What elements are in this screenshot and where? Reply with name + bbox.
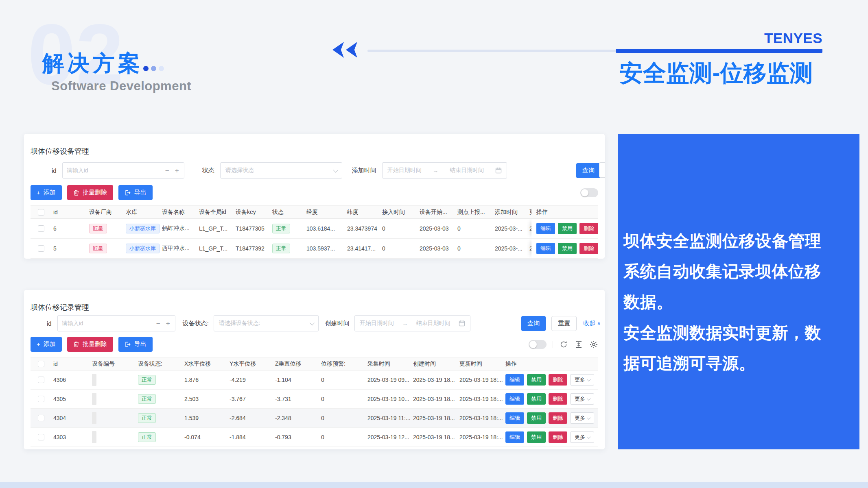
compact-toggle[interactable]: [580, 188, 598, 197]
add-button[interactable]: + 添加: [31, 337, 62, 352]
chevron-down-icon: [587, 435, 591, 439]
decoration-dot: [143, 66, 149, 71]
disable-button[interactable]: 禁用: [558, 223, 577, 234]
delete-button[interactable]: 删除: [549, 431, 567, 443]
plus-icon[interactable]: +: [166, 320, 170, 327]
cell-collect-time: 2025-03-19 09...: [367, 370, 413, 389]
added-time-range-picker[interactable]: 开始日期时间 → 结束日期时间: [382, 162, 507, 179]
clipped-reset-button[interactable]: [599, 162, 605, 178]
description-paragraph: 安全监测数据实时更新，数据可追溯可寻源。: [623, 318, 833, 379]
redacted-device-number: [92, 431, 96, 443]
cell-added-time: 2025-03-...: [495, 239, 529, 258]
edit-button[interactable]: 编辑: [536, 243, 555, 254]
id-input-field[interactable]: [63, 163, 165, 178]
select-all-checkbox[interactable]: [38, 361, 44, 367]
created-time-range-picker[interactable]: 开始日期时间 → 结束日期时间: [354, 315, 470, 331]
id-input[interactable]: − +: [62, 162, 184, 179]
batch-delete-button[interactable]: 批量删除: [67, 337, 113, 352]
id-filter-label: id: [52, 167, 57, 174]
device-status-select[interactable]: 请选择设备状态:: [214, 315, 319, 331]
refresh-icon[interactable]: [559, 340, 568, 349]
row-checkbox[interactable]: [38, 245, 44, 252]
cell-y-displacement: -4.219: [230, 370, 275, 389]
delete-button[interactable]: 删除: [579, 243, 598, 254]
row-checkbox[interactable]: [38, 396, 44, 402]
collapse-link[interactable]: 收起 ∧: [583, 320, 601, 327]
row-checkbox[interactable]: [38, 434, 44, 440]
density-icon[interactable]: [574, 340, 583, 349]
col-header: 设备状态:: [138, 357, 184, 370]
chevron-down-icon: [587, 377, 591, 381]
edit-button[interactable]: 编辑: [505, 374, 524, 386]
cell-collect-time: 2025-03-19 11:...: [367, 409, 413, 427]
disable-button[interactable]: 禁用: [527, 412, 546, 424]
cell-y-displacement: -2.684: [230, 409, 275, 427]
delete-button[interactable]: 删除: [549, 374, 567, 386]
created-time-filter-label: 创建时间: [325, 320, 350, 327]
vendor-tag: 匠星: [89, 244, 107, 253]
redacted-device-number: [92, 412, 96, 424]
search-button[interactable]: 查询: [521, 316, 546, 331]
status-select[interactable]: 请选择状态: [220, 162, 342, 179]
gear-icon[interactable]: [589, 340, 598, 349]
table-row: 4305 正常 2.503 -3.767 -3.731 0 2025-03-19…: [31, 390, 598, 409]
more-button[interactable]: 更多: [570, 412, 594, 424]
id-input-field[interactable]: [58, 316, 156, 331]
row-checkbox[interactable]: [38, 415, 44, 421]
col-header: 设备编号: [92, 357, 138, 370]
select-all-checkbox[interactable]: [38, 209, 44, 216]
col-header: Z垂直位移: [275, 357, 321, 370]
reset-button[interactable]: 重置: [551, 316, 577, 331]
cell-x-displacement: 1.876: [184, 370, 230, 389]
batch-delete-button[interactable]: 批量删除: [67, 185, 113, 200]
delete-button[interactable]: 删除: [549, 393, 567, 405]
chevron-down-icon: [587, 416, 591, 420]
number-stepper[interactable]: − +: [165, 167, 184, 174]
cell-latitude: 23.41417...: [347, 239, 382, 258]
col-header: X水平位移: [184, 357, 230, 370]
number-stepper[interactable]: − +: [156, 320, 175, 327]
export-button[interactable]: 导出: [118, 185, 153, 200]
cell-update-time: 2025-03-19 18:...: [459, 409, 505, 427]
export-icon: [125, 341, 131, 348]
edit-button[interactable]: 编辑: [505, 412, 524, 424]
row-actions: 编辑 禁用 删除 更多: [505, 409, 598, 427]
table-header-row: id 设备编号 设备状态: X水平位移 Y水平位移 Z垂直位移 位移预警: 采集…: [31, 357, 598, 370]
delete-button[interactable]: 删除: [549, 412, 567, 424]
trash-icon: [73, 190, 79, 196]
disable-button[interactable]: 禁用: [527, 431, 546, 443]
more-button[interactable]: 更多: [570, 374, 594, 386]
compact-toggle[interactable]: [529, 340, 547, 349]
edit-button[interactable]: 编辑: [536, 223, 555, 234]
cell-z-displacement: -3.731: [275, 390, 321, 408]
cell-point-report: 0: [457, 239, 495, 258]
cell-point-report: 0: [457, 219, 495, 238]
delete-button[interactable]: 删除: [579, 223, 598, 234]
id-input[interactable]: − +: [57, 315, 175, 331]
table-toolbar: + 添加 批量删除 导出: [31, 337, 598, 352]
row-actions: 编辑 禁用 删除: [531, 239, 598, 258]
minus-icon[interactable]: −: [165, 167, 169, 174]
add-button[interactable]: + 添加: [31, 185, 62, 200]
row-checkbox[interactable]: [38, 377, 44, 383]
plus-icon[interactable]: +: [175, 167, 179, 174]
edit-button[interactable]: 编辑: [505, 393, 524, 405]
more-button[interactable]: 更多: [570, 431, 594, 443]
cell-warning: 0: [321, 409, 367, 427]
more-button[interactable]: 更多: [570, 393, 594, 405]
cell-update-time: 2025-03-19 18:...: [459, 428, 505, 447]
edit-button[interactable]: 编辑: [505, 431, 524, 443]
record-management-panel: 坝体位移记录管理 id − + 设备状态: 请选择设备状态: 创建时间 开始日期…: [24, 290, 605, 449]
disable-button[interactable]: 禁用: [558, 243, 577, 254]
cell-device-name: 蚂蚱冲水...: [162, 219, 199, 238]
row-actions: 编辑 禁用 删除 更多: [505, 370, 598, 389]
row-checkbox[interactable]: [38, 225, 44, 232]
cell-warning: 0: [321, 390, 367, 408]
export-button[interactable]: 导出: [118, 337, 153, 352]
toggle-knob: [529, 341, 537, 348]
search-button[interactable]: 查询: [576, 163, 601, 178]
col-header: 设备全局id: [199, 206, 236, 218]
disable-button[interactable]: 禁用: [527, 393, 546, 405]
minus-icon[interactable]: −: [156, 320, 160, 327]
disable-button[interactable]: 禁用: [527, 374, 546, 386]
